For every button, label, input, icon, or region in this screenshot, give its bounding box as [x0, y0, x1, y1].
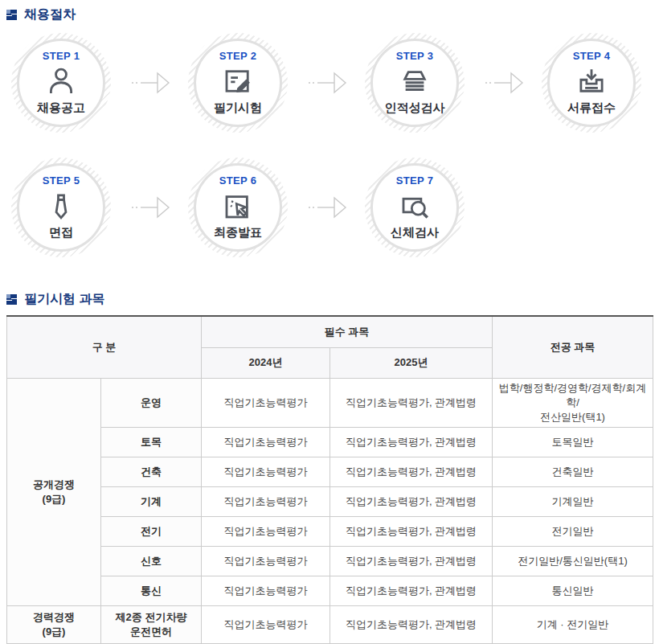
header-2024: 2024년 — [202, 347, 330, 378]
cell-2025: 직업기초능력평가, 관계법령 — [330, 457, 493, 486]
cell-major: 전기일반 — [493, 516, 653, 546]
process-step: STEP 4 서류접수 — [542, 33, 641, 133]
table-row: 통신직업기초능력평가직업기초능력평가, 관계법령통신일반 — [7, 576, 653, 605]
cell-2025: 직업기초능력평가, 관계법령 — [330, 546, 493, 576]
table-row: 전기직업기초능력평가직업기초능력평가, 관계법령전기일반 — [7, 516, 653, 546]
step-label: 신체검사 — [391, 225, 439, 240]
section-bullet-icon — [6, 294, 17, 305]
process-section-title: 채용절차 — [6, 6, 653, 23]
type-cell: 기계 — [101, 486, 202, 516]
step-number: STEP 2 — [219, 50, 256, 62]
table-row: 토목직업기초능력평가직업기초능력평가, 관계법령토목일반 — [7, 427, 653, 457]
cell-major: 토목일반 — [493, 427, 653, 457]
type-cell: 전기 — [101, 516, 202, 546]
click-announce-icon — [221, 189, 255, 223]
process-step: STEP 6 최종발표 — [188, 158, 288, 257]
type-cell: 신호 — [101, 546, 202, 576]
cell-2024: 직업기초능력평가 — [202, 486, 330, 516]
subjects-section-title-text: 필기시험 과목 — [24, 291, 104, 308]
process-steps-row-1: STEP 1 채용공고 STEP 2 필기시험 STEP 3 인적성검사 STE… — [11, 33, 653, 133]
step-label: 면접 — [49, 225, 73, 240]
table-row: 신호직업기초능력평가직업기초능력평가, 관계법령전기일반/통신일반(택1) — [7, 546, 653, 576]
type-cell: 통신 — [101, 576, 202, 605]
cell-2024: 직업기초능력평가 — [202, 457, 330, 486]
type-cell: 토목 — [101, 427, 202, 457]
cell-2024: 직업기초능력평가 — [202, 605, 330, 643]
cell-2024: 직업기초능력평가 — [202, 576, 330, 605]
group-cell: 경력경쟁 (9급) — [7, 605, 101, 643]
cell-major: 통신일반 — [493, 576, 653, 605]
table-row: 기계직업기초능력평가직업기초능력평가, 관계법령기계일반 — [7, 486, 653, 516]
subjects-table: 구 분 필수 과목 전공 과목 2024년 2025년 공개경쟁 (9급)운영직… — [6, 315, 653, 644]
table-row: 공개경쟁 (9급)운영직업기초능력평가직업기초능력평가, 관계법령법학/행정학/… — [7, 378, 653, 427]
header-required: 필수 과목 — [202, 316, 493, 347]
header-major: 전공 과목 — [493, 316, 653, 378]
process-step: STEP 1 채용공고 — [11, 33, 111, 133]
table-row: 경력경쟁 (9급)제2종 전기차량 운전면허직업기초능력평가직업기초능력평가, … — [7, 605, 653, 643]
cell-2025: 직업기초능력평가, 관계법령 — [330, 576, 493, 605]
step-number: STEP 7 — [396, 174, 433, 187]
group-cell: 공개경쟁 (9급) — [7, 378, 101, 605]
section-bullet-icon — [6, 10, 17, 20]
step-number: STEP 3 — [396, 50, 433, 62]
cell-2025: 직업기초능력평가, 관계법령 — [330, 605, 493, 643]
step-label: 서류접수 — [567, 100, 616, 116]
cell-major: 기계일반 — [493, 486, 653, 516]
header-2025: 2025년 — [330, 347, 493, 378]
process-step: STEP 7 신체검사 — [365, 158, 465, 257]
step-label: 필기시험 — [214, 100, 262, 116]
cell-major: 법학/행정학/경영학/경제학/회계학/ 전산일반(택1) — [493, 378, 653, 427]
dashed-arrow-icon — [111, 33, 188, 133]
dashed-arrow-icon — [288, 158, 365, 257]
dashed-arrow-icon — [288, 33, 365, 133]
process-step: STEP 2 필기시험 — [188, 33, 288, 133]
step-number: STEP 4 — [573, 50, 610, 62]
dashed-arrow-icon — [111, 158, 188, 257]
process-step: STEP 3 인적성검사 — [365, 33, 465, 133]
dashed-arrow-icon — [465, 33, 542, 133]
type-cell: 제2종 전기차량 운전면허 — [101, 605, 202, 643]
step-label: 최종발표 — [214, 225, 262, 240]
paper-stack-icon — [398, 64, 432, 98]
cell-major: 기계 · 전기일반 — [493, 605, 653, 643]
cell-2025: 직업기초능력평가, 관계법령 — [330, 516, 493, 546]
step-number: STEP 1 — [43, 50, 80, 62]
type-cell: 건축 — [101, 457, 202, 486]
inbox-receive-icon — [575, 64, 608, 98]
type-cell: 운영 — [101, 378, 202, 427]
header-category: 구 분 — [7, 316, 202, 378]
process-section-title-text: 채용절차 — [24, 6, 76, 23]
step-label: 인적성검사 — [385, 100, 445, 116]
cell-2025: 직업기초능력평가, 관계법령 — [330, 427, 493, 457]
subjects-section-title: 필기시험 과목 — [6, 291, 653, 307]
cell-2024: 직업기초능력평가 — [202, 546, 330, 576]
step-number: STEP 6 — [219, 174, 256, 187]
necktie-icon — [44, 189, 78, 223]
step-label: 채용공고 — [37, 100, 85, 116]
cell-2024: 직업기초능력평가 — [202, 427, 330, 457]
step-number: STEP 5 — [43, 174, 80, 187]
exam-pencil-icon — [221, 64, 255, 98]
magnifier-doc-icon — [398, 189, 432, 223]
process-steps-row-2: STEP 5 면접 STEP 6 최종발표 STEP 7 신체검사 — [11, 158, 653, 257]
cell-major: 건축일반 — [493, 457, 653, 486]
cell-2024: 직업기초능력평가 — [202, 378, 330, 427]
recruitment-page: 채용절차 STEP 1 채용공고 STEP 2 필기시험 STEP 3 인적성검… — [0, 0, 659, 644]
cell-2025: 직업기초능력평가, 관계법령 — [330, 486, 493, 516]
subjects-table-body: 공개경쟁 (9급)운영직업기초능력평가직업기초능력평가, 관계법령법학/행정학/… — [7, 378, 653, 643]
cell-2024: 직업기초능력평가 — [202, 516, 330, 546]
table-row: 건축직업기초능력평가직업기초능력평가, 관계법령건축일반 — [7, 457, 653, 486]
person-icon — [44, 64, 78, 98]
cell-major: 전기일반/통신일반(택1) — [493, 546, 653, 576]
cell-2025: 직업기초능력평가, 관계법령 — [330, 378, 493, 427]
process-step: STEP 5 면접 — [11, 158, 111, 257]
